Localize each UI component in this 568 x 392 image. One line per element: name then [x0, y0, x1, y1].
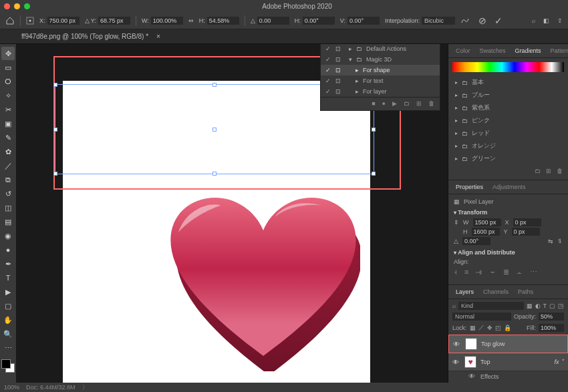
- edit-toolbar-button[interactable]: ⋯: [1, 341, 15, 355]
- fill-input[interactable]: [539, 324, 564, 332]
- gradient-preview-strip[interactable]: [452, 62, 564, 72]
- color-swatches[interactable]: [1, 359, 15, 373]
- document-tab[interactable]: ff947d8e.png @ 100% (Top glow, RGB/8) *: [16, 30, 154, 43]
- layer-thumbnail[interactable]: ♥: [464, 356, 476, 368]
- align-left-icon[interactable]: ⫞: [454, 268, 458, 276]
- visibility-toggle[interactable]: 👁: [453, 341, 461, 348]
- filter-pixel-icon[interactable]: ▦: [527, 303, 533, 309]
- align-center-h-icon[interactable]: ≡: [464, 268, 468, 276]
- rectangle-tool[interactable]: ▢: [1, 299, 15, 313]
- brush-tool[interactable]: ／: [1, 159, 15, 172]
- dialog-toggle[interactable]: ⊡: [335, 77, 341, 84]
- workspace-icon[interactable]: ◧: [543, 17, 549, 24]
- frame-tool[interactable]: ▣: [1, 117, 15, 130]
- transform-center-point[interactable]: [212, 128, 217, 132]
- action-item[interactable]: ✓⊡▾🗀Magic 3D: [321, 54, 440, 65]
- chevron-right-icon[interactable]: ▸: [455, 118, 458, 124]
- history-brush-tool[interactable]: ↺: [1, 187, 15, 200]
- chevron-right-icon[interactable]: ▸: [455, 130, 458, 136]
- layer-kind-select[interactable]: Kind: [458, 302, 524, 310]
- include-check[interactable]: ✓: [325, 88, 331, 95]
- transform-handle[interactable]: [53, 172, 57, 176]
- magic-wand-tool[interactable]: ✧: [1, 89, 15, 102]
- more-align-icon[interactable]: ⋯: [530, 268, 537, 276]
- align-bottom-icon[interactable]: ⫠: [516, 268, 523, 276]
- visibility-toggle[interactable]: 👁: [468, 373, 476, 380]
- layer-name[interactable]: Top: [480, 359, 490, 365]
- visibility-toggle[interactable]: 👁: [452, 359, 460, 366]
- layer-thumbnail[interactable]: [465, 338, 477, 350]
- lock-all-icon[interactable]: 🔒: [504, 325, 511, 331]
- dialog-toggle[interactable]: ⊡: [335, 67, 341, 73]
- transform-handle[interactable]: [53, 128, 57, 132]
- transform-h-input[interactable]: [207, 17, 239, 25]
- gradient-tool[interactable]: ▤: [1, 215, 15, 228]
- close-tab-icon[interactable]: ×: [156, 33, 160, 40]
- lock-position-icon[interactable]: ✥: [487, 325, 492, 331]
- tab-channels[interactable]: Channels: [478, 285, 513, 299]
- dialog-toggle[interactable]: ⊡: [335, 56, 341, 63]
- blur-tool[interactable]: ◉: [1, 229, 15, 242]
- zoom-tool[interactable]: 🔍: [1, 327, 15, 341]
- zoom-level[interactable]: 100%: [4, 384, 19, 391]
- transform-handle[interactable]: [212, 172, 217, 176]
- align-top-icon[interactable]: ⫟: [489, 268, 496, 276]
- type-tool[interactable]: T: [1, 271, 15, 284]
- link-icon[interactable]: ⇔: [188, 17, 194, 24]
- transform-handle[interactable]: [372, 128, 376, 132]
- healing-tool[interactable]: ✿: [1, 145, 15, 158]
- layer-name[interactable]: Top glow: [481, 341, 505, 347]
- filter-shape-icon[interactable]: ▢: [549, 303, 555, 309]
- warp-icon[interactable]: [460, 16, 470, 25]
- tab-adjustments[interactable]: Adjustments: [488, 180, 531, 194]
- gradient-folder[interactable]: ▸🗀グリーン: [448, 152, 568, 165]
- crop-tool[interactable]: ✂: [1, 103, 15, 116]
- chevron-right-icon[interactable]: ▸: [455, 143, 458, 149]
- search-icon[interactable]: ⌕: [532, 17, 535, 24]
- canvas-area[interactable]: History Actions » ≡ ✓⊡▸🗀Default Actions✓…: [16, 44, 448, 383]
- gradient-folder[interactable]: ▸🗀紫色系: [448, 102, 568, 114]
- new-action-button[interactable]: ⊞: [416, 100, 422, 108]
- chevron-right-icon[interactable]: ▸: [349, 45, 352, 52]
- chevron-right-icon[interactable]: ▸: [455, 92, 458, 98]
- delete-item-icon[interactable]: 🗑: [557, 168, 563, 174]
- hand-tool[interactable]: ✋: [1, 313, 15, 327]
- tab-color[interactable]: Color: [451, 44, 475, 57]
- lasso-tool[interactable]: ⵔ: [1, 75, 15, 88]
- prop-x-input[interactable]: [513, 218, 541, 226]
- lock-transparency-icon[interactable]: ▦: [470, 325, 476, 331]
- layer-row-top[interactable]: 👁 ♥ Top fx ˅: [448, 353, 568, 371]
- gradient-folder[interactable]: ▸🗀基本: [448, 76, 568, 89]
- fx-badge[interactable]: fx ˅: [554, 359, 564, 365]
- filter-smart-icon[interactable]: ◳: [558, 303, 564, 309]
- action-item[interactable]: ✓⊡▸For text: [321, 75, 440, 86]
- transform-w-input[interactable]: [151, 17, 183, 25]
- play-action-button[interactable]: ▶: [392, 100, 397, 108]
- chevron-down-icon[interactable]: ▾: [349, 56, 352, 63]
- chevron-right-icon[interactable]: ▸: [356, 88, 359, 95]
- path-selection-tool[interactable]: ▶: [1, 285, 15, 299]
- transform-y-input[interactable]: [98, 17, 130, 25]
- gradient-folder[interactable]: ▸🗀ピンク: [448, 114, 568, 127]
- maximize-window-button[interactable]: [24, 3, 30, 9]
- opacity-input[interactable]: [539, 313, 564, 321]
- prop-w-input[interactable]: [473, 218, 501, 226]
- new-set-button[interactable]: 🗀: [404, 100, 410, 108]
- clone-stamp-tool[interactable]: ⧉: [1, 173, 15, 186]
- marquee-tool[interactable]: ▭: [1, 61, 15, 74]
- transform-hskew-input[interactable]: [303, 17, 335, 25]
- chevron-right-icon[interactable]: ▸: [455, 79, 458, 85]
- link-wh-icon[interactable]: ⇕: [454, 219, 459, 226]
- include-check[interactable]: ✓: [325, 56, 331, 63]
- home-icon[interactable]: [5, 16, 15, 25]
- new-group-icon[interactable]: 🗀: [535, 168, 541, 174]
- tab-paths[interactable]: Paths: [513, 285, 538, 299]
- include-check[interactable]: ✓: [325, 77, 331, 84]
- share-icon[interactable]: ⇪: [557, 17, 563, 24]
- minimize-window-button[interactable]: [14, 3, 20, 9]
- cancel-transform-button[interactable]: ⊘: [478, 15, 486, 26]
- transform-angle-input[interactable]: [257, 17, 289, 25]
- transform-handle[interactable]: [372, 172, 376, 176]
- gradient-folder[interactable]: ▸🗀オレンジ: [448, 140, 568, 152]
- transform-handle[interactable]: [212, 83, 217, 87]
